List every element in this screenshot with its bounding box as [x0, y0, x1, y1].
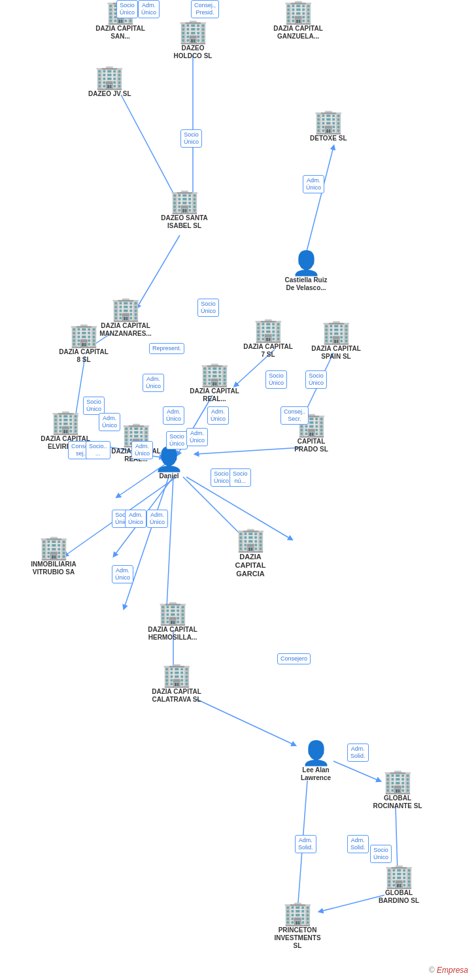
badge-adm-unico-10[interactable]: Adm.Único [125, 510, 146, 528]
badge-adm-unico-11[interactable]: Adm.Único [146, 510, 168, 528]
badge-adm-unico-castiella[interactable]: Adm.Único [303, 175, 324, 193]
badge-adm-unico-7[interactable]: Adm.Único [131, 441, 153, 459]
node-castiella[interactable]: 👤 Castiella Ruiz De Velasco... [280, 252, 332, 292]
node-daniel[interactable]: 👤 Daniel [154, 448, 184, 480]
node-label: PRINCETON INVESTMENTS SL [271, 926, 324, 950]
building-icon: 🏢 [51, 410, 80, 434]
building-icon: 🏢 [158, 601, 188, 625]
badge-adm-unico-5[interactable]: Adm.Único [163, 406, 184, 425]
node-label: DAZIA CAPITAL SAN... [94, 25, 146, 41]
node-dazia-garcia[interactable]: 🏢 DAZIA CAPITAL GARCIA [224, 528, 277, 579]
node-label: Daniel [159, 472, 178, 480]
node-label: DAZEO JV SL [88, 90, 131, 98]
node-label: GLOBAL BARDINO SL [373, 889, 425, 905]
watermark: © Empresa [429, 966, 468, 975]
node-label: DAZEO HOLDCO SL [167, 44, 219, 60]
badge-socio-unico-1[interactable]: SocioÚnico [180, 129, 202, 148]
connections-svg [0, 0, 476, 980]
node-dazia-hermosilla[interactable]: 🏢 DAZIA CAPITAL HERMOSILLA... [146, 601, 199, 642]
badge-adm-unico-6[interactable]: Adm.Único [99, 413, 120, 431]
person-icon: 👤 [301, 742, 331, 765]
building-icon: 🏢 [284, 0, 313, 24]
node-dazia-calatrava[interactable]: 🏢 DAZIA CAPITAL CALATRAVA SL [150, 663, 203, 704]
node-detoxe[interactable]: 🏢 DETOXE SL [310, 110, 347, 142]
badge-consej-presid[interactable]: Consej.,Presid. [191, 0, 219, 18]
node-princeton[interactable]: 🏢 PRINCETON INVESTMENTS SL [271, 902, 324, 950]
node-dazeo-santa-isabel[interactable]: 🏢 DAZEO SANTA ISABEL SL [158, 189, 211, 230]
building-icon: 🏢 [314, 110, 343, 133]
building-icon-highlight: 🏢 [236, 528, 265, 551]
node-label: DAZIA CAPITAL CALATRAVA SL [150, 688, 203, 704]
badge-socio-unico-9[interactable]: SocioÚnico [166, 431, 188, 449]
node-label: DAZIA CAPITAL GANZUELA... [272, 25, 324, 41]
building-icon: 🏢 [384, 864, 414, 888]
badge-adm-unico-12[interactable]: Adm.Único [112, 565, 133, 583]
badge-represent[interactable]: Represent. [149, 343, 184, 354]
building-icon: 🏢 [95, 65, 124, 89]
node-label: DETOXE SL [310, 135, 347, 142]
building-icon: 🏢 [383, 770, 413, 793]
node-label: Castiella Ruiz De Velasco... [280, 276, 332, 292]
building-icon: 🏢 [200, 363, 230, 386]
badge-socio-unico-global[interactable]: SocioÚnico [370, 845, 392, 863]
node-label: DAZIA CAPITAL 7 SL [242, 343, 294, 359]
node-global-bardino[interactable]: 🏢 GLOBAL BARDINO SL [373, 864, 425, 905]
building-icon: 🏢 [283, 902, 313, 925]
node-dazia-capital-8[interactable]: 🏢 DAZIA CAPITAL 8 SL [58, 323, 110, 364]
badge-consej-secr[interactable]: Consej..Secr. [280, 406, 309, 425]
node-label: GLOBAL ROCINANTE SL [371, 794, 424, 810]
node-label: DAZIA CAPITAL REAL... [188, 387, 241, 403]
badge-consejero[interactable]: Consejero [277, 653, 311, 664]
badge-adm-unico-4[interactable]: Adm.Único [207, 406, 229, 425]
building-icon: 🏢 [178, 20, 208, 43]
svg-line-3 [137, 235, 180, 307]
node-label: DAZEO SANTA ISABEL SL [158, 214, 211, 230]
svg-line-8 [124, 477, 169, 608]
badge-socio-unico-5[interactable]: SocioÚnico [305, 370, 327, 389]
node-dazeo-jv[interactable]: 🏢 DAZEO JV SL [88, 65, 131, 98]
badge-adm-solid-1[interactable]: Adm.Solid. [347, 743, 369, 762]
person-icon: 👤 [154, 448, 184, 471]
badge-adm-unico-9[interactable]: Adm.Único [138, 0, 160, 18]
badge-socio-unico-8[interactable]: SocioÚnico [83, 397, 105, 415]
node-label: DAZIA CAPITAL 8 SL [58, 348, 110, 364]
building-icon: 🏢 [322, 320, 351, 344]
building-icon: 🏢 [39, 536, 69, 559]
svg-line-2 [304, 147, 333, 261]
node-global-rocinante[interactable]: 🏢 GLOBAL ROCINANTE SL [371, 770, 424, 810]
building-icon: 🏢 [170, 189, 199, 213]
graph-container: 🏢 DAZEO HOLDCO SL 🏢 DAZEO JV SL 🏢 DETOXE… [0, 0, 476, 980]
svg-line-9 [167, 477, 173, 608]
badge-adm-solid-3[interactable]: Adm.Solid. [347, 835, 369, 853]
node-dazia-capital-real1[interactable]: 🏢 DAZIA CAPITAL REAL... [188, 363, 241, 403]
node-label: DAZIA CAPITAL SPAIN SL [310, 345, 362, 361]
building-icon: 🏢 [111, 297, 141, 321]
badge-socio-2[interactable]: Socio..... [86, 441, 110, 459]
node-label: Lee Alan Lawrence [290, 766, 342, 782]
badge-socio-unico-2[interactable]: SocioÚnico [197, 299, 219, 317]
node-label: DAZIA CAPITAL GARCIA [224, 553, 277, 579]
svg-line-1 [121, 95, 177, 199]
badge-adm-solid-2[interactable]: Adm.Solid. [295, 835, 316, 853]
node-inmobiliaria-vitrubio[interactable]: 🏢 INMOBILIARIA VITRUBIO SA [27, 536, 80, 576]
building-icon: 🏢 [254, 318, 283, 342]
node-label: INMOBILIARIA VITRUBIO SA [27, 561, 80, 576]
svg-line-14 [196, 699, 294, 745]
badge-adm-unico-3[interactable]: Adm.Único [143, 374, 164, 392]
node-dazia-ganzuela[interactable]: 🏢 DAZIA CAPITAL GANZUELA... [272, 0, 324, 41]
building-icon: 🏢 [162, 663, 192, 687]
person-icon: 👤 [292, 252, 321, 275]
badge-socio-unico-11[interactable]: Socionú... [230, 468, 251, 487]
node-dazia-capital-7[interactable]: 🏢 DAZIA CAPITAL 7 SL [242, 318, 294, 359]
node-label: DAZIA CAPITAL HERMOSILLA... [146, 626, 199, 642]
node-dazeo-holdco[interactable]: 🏢 DAZEO HOLDCO SL [167, 20, 219, 60]
node-dazia-spain[interactable]: 🏢 DAZIA CAPITAL SPAIN SL [310, 320, 362, 361]
badge-adm-unico-8[interactable]: Adm.Único [186, 428, 208, 446]
node-lee-alan[interactable]: 👤 Lee Alan Lawrence [290, 742, 342, 782]
building-icon: 🏢 [69, 323, 99, 347]
node-label: CAPITAL PRADO SL [285, 438, 337, 453]
badge-socio-unico-3[interactable]: SocioÚnico [116, 0, 138, 18]
badge-socio-unico-4[interactable]: SocioÚnico [265, 370, 287, 389]
